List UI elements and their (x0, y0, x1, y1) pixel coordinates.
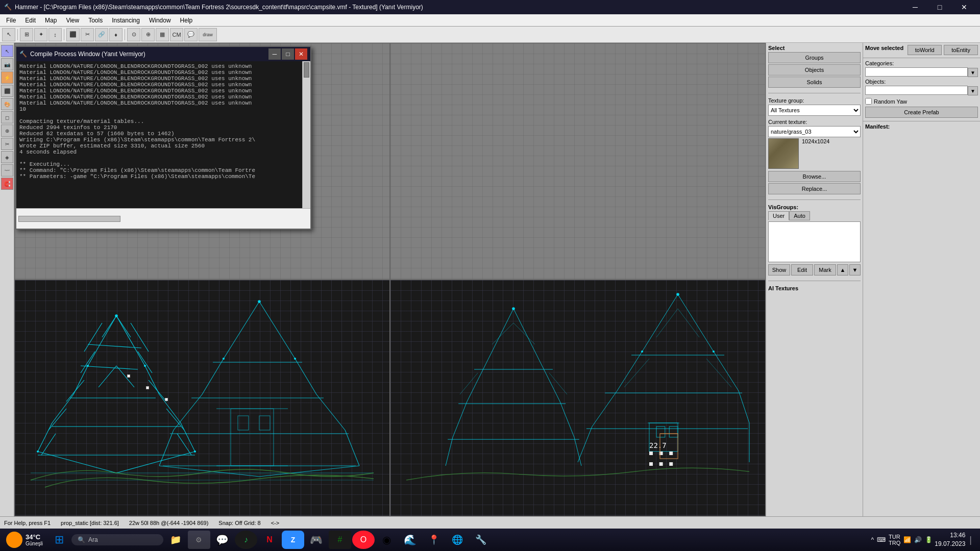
menu-instancing[interactable]: Instancing (108, 16, 144, 25)
svg-line-17 (149, 380, 166, 402)
tool-overlay[interactable]: ⊕ (1, 124, 13, 137)
visgroups-auto-tab[interactable]: Auto (789, 211, 810, 220)
tray-keyboard[interactable]: ⌨ (877, 536, 886, 543)
tray-wifi[interactable]: 📶 (903, 536, 911, 543)
taskbar-maps[interactable]: 📍 (423, 531, 445, 549)
maximize-button[interactable]: □ (928, 0, 951, 14)
create-prefab-button[interactable]: Create Prefab (865, 107, 978, 118)
taskbar-zoom[interactable]: Z (282, 531, 304, 549)
weather-widget[interactable]: 34°C Güneşli (2, 532, 47, 548)
toolbar-btn-8[interactable]: ⊙ (127, 28, 140, 41)
tool-magnet[interactable]: 🧲 (1, 178, 13, 190)
menu-help[interactable]: Help (176, 16, 197, 25)
tray-language[interactable]: TURTRQ (889, 534, 900, 546)
current-texture-select[interactable]: nature/grass_03 (768, 126, 861, 137)
taskbar-file-explorer[interactable]: 📁 (164, 531, 187, 549)
toolbar-btn-11[interactable]: CM (170, 28, 183, 41)
tool-entity[interactable]: ⚡ (1, 71, 13, 84)
taskbar-steam[interactable]: 🎮 (305, 531, 328, 549)
groups-button[interactable]: Groups (768, 52, 861, 63)
toolbar-btn-6[interactable]: 🔗 (95, 28, 108, 41)
compile-content[interactable]: Material LONDON/NATURE/LONDON_BLENDROCKG… (16, 61, 302, 208)
texture-group-select[interactable]: All Textures AI Textures (768, 105, 861, 116)
show-button[interactable]: Show (768, 264, 790, 276)
visgroups-user-tab[interactable]: User (768, 211, 789, 220)
taskbar-netflix[interactable]: N (258, 531, 281, 549)
tool-select[interactable]: ↖ (1, 45, 13, 57)
compile-maximize[interactable]: □ (282, 48, 294, 60)
categories-input[interactable] (865, 67, 968, 77)
toolbar-btn-13[interactable]: draw (199, 28, 217, 41)
scrollbar-thumb[interactable] (304, 62, 309, 78)
menu-tools[interactable]: Tools (84, 16, 107, 25)
viewport-bottom-right[interactable]: 22.7 (390, 280, 766, 516)
toolbar-btn-10[interactable]: ▦ (156, 28, 169, 41)
svg-line-13 (116, 316, 131, 337)
taskbar-hammer[interactable]: ⚙ (188, 531, 210, 549)
taskbar-edge[interactable]: 🌊 (399, 531, 422, 549)
categories-dropdown[interactable]: ▼ (968, 68, 978, 77)
taskbar-extra1[interactable]: 🌐 (446, 531, 469, 549)
toolbar-btn-5[interactable]: ✂ (81, 28, 94, 41)
toolbar-btn-1[interactable]: ⊞ (20, 28, 33, 41)
toolbar-btn-4[interactable]: ⬛ (66, 28, 80, 41)
compile-footer (16, 208, 310, 229)
taskbar-chrome[interactable]: ◉ (376, 531, 398, 549)
svg-line-76 (574, 437, 581, 466)
objects-dropdown[interactable]: ▼ (968, 86, 978, 95)
close-button[interactable]: ✕ (952, 0, 976, 14)
tool-decal[interactable]: ◻ (1, 111, 13, 123)
to-world-button[interactable]: toWorld (908, 45, 942, 55)
compile-minimize[interactable]: ─ (268, 48, 281, 60)
tool-vertex[interactable]: ◈ (1, 151, 13, 163)
taskbar-spotify[interactable]: ♪ (235, 531, 257, 549)
edit-button[interactable]: Edit (791, 264, 813, 276)
compile-scrollbar[interactable] (302, 61, 310, 208)
tray-expand[interactable]: ^ (871, 536, 874, 543)
browse-button[interactable]: Browse... (768, 171, 861, 182)
texture-preview[interactable] (768, 138, 799, 169)
random-yaw-checkbox[interactable] (865, 98, 872, 105)
taskbar-opera[interactable]: O (352, 531, 375, 549)
move-selected-title: Move selected (865, 45, 903, 56)
menu-edit[interactable]: Edit (21, 16, 40, 25)
tray-show-desktop[interactable]: | (967, 535, 974, 545)
tray-volume[interactable]: 🔊 (914, 536, 922, 543)
menu-view[interactable]: View (62, 16, 83, 25)
toolbar-btn-3[interactable]: ↕ (48, 28, 62, 41)
minimize-button[interactable]: ─ (903, 0, 927, 14)
objects-button[interactable]: Objects (768, 64, 861, 76)
tool-camera[interactable]: 📷 (1, 58, 13, 70)
to-entity-button[interactable]: toEntity (944, 45, 978, 55)
replace-button[interactable]: Replace... (768, 183, 861, 194)
taskbar-extra2[interactable]: 🔧 (470, 531, 492, 549)
tool-brush[interactable]: ⬛ (1, 85, 13, 97)
tray-battery[interactable]: 🔋 (925, 536, 933, 543)
viewport-top-right[interactable] (390, 43, 766, 280)
down-button[interactable]: ▼ (849, 264, 861, 276)
menu-file[interactable]: File (2, 16, 20, 25)
tool-texture[interactable]: 🎨 (1, 98, 13, 110)
solids-button[interactable]: Solids (768, 77, 861, 88)
menu-window[interactable]: Window (145, 16, 175, 25)
compile-icon: 🔨 (19, 51, 27, 58)
clock[interactable]: 13:46 19.07.2023 (935, 531, 965, 548)
tool-path[interactable]: 〰 (1, 164, 13, 177)
toolbar-select[interactable]: ↖ (2, 28, 15, 41)
objects-input[interactable] (865, 86, 968, 95)
toolbar-btn-2[interactable]: ✦ (34, 28, 47, 41)
menu-map[interactable]: Map (41, 16, 61, 25)
tool-clip[interactable]: ✂ (1, 138, 13, 150)
toolbar-btn-7[interactable]: ♦ (109, 28, 122, 41)
taskbar-search[interactable]: 🔍 Ara (71, 534, 163, 545)
viewport-bottom-left[interactable] (14, 280, 390, 516)
taskbar-calculator[interactable]: # (329, 531, 351, 549)
toolbar-btn-12[interactable]: 💬 (184, 28, 198, 41)
compile-close[interactable]: ✕ (295, 48, 307, 60)
up-button[interactable]: ▲ (837, 264, 848, 276)
taskbar-teams[interactable]: 💬 (211, 531, 234, 549)
svg-line-72 (542, 366, 560, 402)
mark-button[interactable]: Mark (814, 264, 836, 276)
toolbar-btn-9[interactable]: ⊕ (141, 28, 155, 41)
taskbar-start-button[interactable]: ⊞ (48, 531, 70, 549)
